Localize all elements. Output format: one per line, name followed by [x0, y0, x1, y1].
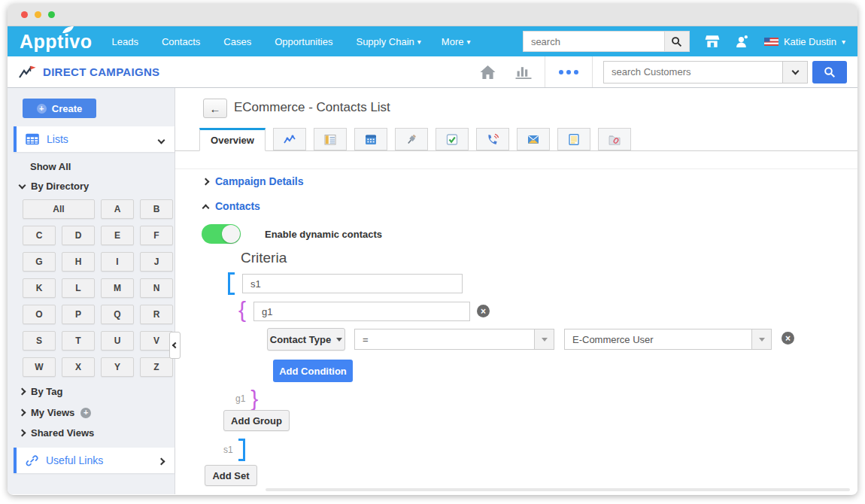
global-search-input[interactable] — [523, 31, 664, 52]
home-icon[interactable] — [479, 65, 496, 80]
tab-documents[interactable] — [598, 128, 631, 150]
letter-filter-button[interactable]: Z — [140, 357, 173, 377]
customer-search-input[interactable] — [603, 61, 782, 83]
remove-group-icon[interactable]: × — [477, 305, 490, 317]
letter-filter-button[interactable]: J — [140, 252, 173, 272]
letter-filter-button[interactable]: V — [140, 331, 173, 351]
global-search-button[interactable] — [664, 31, 690, 52]
topnav-right-group: Katie Dustin ▾ — [523, 31, 845, 52]
sidebar-item-show-all[interactable]: Show All — [30, 161, 71, 172]
nav-item[interactable]: Opportunities — [275, 36, 335, 47]
user-menu[interactable]: Katie Dustin ▾ — [764, 36, 845, 47]
remove-condition-icon[interactable]: × — [782, 332, 794, 345]
condition-value-select[interactable]: E-Commerce User — [564, 329, 772, 350]
user-name: Katie Dustin — [784, 36, 836, 47]
caret-down-icon — [751, 329, 771, 349]
tab-campaign-news[interactable] — [314, 128, 347, 150]
by-directory-label: By Directory — [31, 181, 89, 192]
letter-filter-button[interactable]: G — [23, 252, 56, 272]
window-maximize-button[interactable] — [48, 11, 55, 18]
group-close-brace: } — [250, 387, 258, 410]
section-campaign-details[interactable]: Campaign Details — [203, 175, 303, 187]
user-profile-icon[interactable] — [735, 35, 749, 49]
campaign-news-icon — [323, 133, 337, 146]
chevron-down-icon — [159, 132, 164, 146]
condition-operator-select[interactable]: = — [354, 329, 554, 350]
letter-filter-button[interactable]: H — [62, 252, 95, 272]
letter-filter-button[interactable]: A — [101, 199, 134, 219]
back-button[interactable]: ← — [203, 99, 227, 118]
letter-filter-button[interactable]: D — [62, 226, 95, 245]
letter-filter-button[interactable]: B — [140, 199, 173, 219]
letter-filter-button[interactable]: Q — [101, 305, 134, 324]
tab-call-logs[interactable] — [476, 128, 509, 150]
letter-filter-button[interactable]: N — [140, 278, 173, 298]
letter-filter-button[interactable]: W — [23, 357, 56, 377]
letter-filter-button[interactable]: O — [23, 305, 56, 324]
tab-follow-ups[interactable] — [395, 128, 428, 150]
apptivo-logo[interactable]: Apptivo — [20, 31, 93, 53]
tab-tasks[interactable] — [436, 128, 469, 150]
letter-filter-button[interactable]: K — [23, 278, 56, 298]
condition-operator-value: = — [355, 334, 534, 345]
horizontal-scrollbar[interactable] — [266, 488, 850, 491]
tab-notes[interactable] — [557, 128, 590, 150]
tab-emails[interactable] — [517, 128, 550, 150]
condition-field-dropdown[interactable]: Contact Type — [267, 328, 345, 351]
enable-dynamic-contacts-toggle[interactable] — [202, 224, 241, 244]
letter-filter-button[interactable]: X — [62, 357, 95, 377]
letter-filter-button[interactable]: L — [62, 278, 95, 298]
sidebar-collapse-handle[interactable] — [169, 332, 181, 359]
letter-filter-button[interactable]: S — [23, 331, 56, 351]
group-name-input[interactable] — [253, 302, 470, 321]
store-icon[interactable] — [705, 35, 720, 48]
sidebar-item-by-tag[interactable]: By Tag — [20, 386, 62, 397]
window-minimize-button[interactable] — [35, 11, 41, 18]
tab-performance[interactable] — [273, 128, 306, 150]
add-group-button[interactable]: Add Group — [223, 410, 290, 431]
back-arrow-icon: ← — [210, 102, 221, 115]
sidebar-item-shared-views[interactable]: Shared Views — [20, 427, 94, 439]
sidebar-item-lists[interactable]: Lists — [14, 126, 175, 152]
chevron-down-icon: ▾ — [417, 38, 421, 46]
flag-icon — [764, 38, 778, 46]
toolbar-divider — [592, 56, 593, 87]
add-view-plus-icon[interactable]: + — [80, 408, 91, 418]
letter-filter-button[interactable]: T — [62, 331, 95, 351]
nav-item[interactable]: Contacts — [162, 36, 203, 47]
nav-item[interactable]: Supply Chain▾ — [356, 36, 420, 47]
nav-item[interactable]: More▾ — [442, 36, 471, 47]
more-apps-ellipsis[interactable] — [548, 70, 589, 74]
customer-search-button[interactable] — [812, 61, 847, 83]
sidebar-item-my-views[interactable]: My Views + — [20, 407, 91, 418]
add-set-button[interactable]: Add Set — [205, 465, 257, 486]
letter-filter-button[interactable]: F — [140, 226, 173, 245]
create-button[interactable]: + Create — [23, 99, 96, 118]
condition-field-label: Contact Type — [270, 334, 331, 345]
letter-filter-button[interactable]: M — [101, 278, 134, 298]
search-scope-dropdown[interactable] — [782, 61, 808, 83]
letter-filter-button[interactable]: P — [62, 305, 95, 324]
bar-chart-icon[interactable] — [514, 64, 533, 80]
by-tag-label: By Tag — [31, 386, 62, 397]
nav-item[interactable]: Leads — [112, 36, 141, 47]
window-close-button[interactable] — [21, 11, 28, 18]
letter-filter-button[interactable]: Y — [101, 357, 134, 377]
letter-filter-button[interactable]: R — [140, 305, 173, 324]
add-condition-button[interactable]: Add Condition — [273, 360, 353, 382]
chevron-right-icon — [202, 178, 210, 185]
section-contacts[interactable]: Contacts — [203, 200, 260, 212]
nav-item[interactable]: Cases — [223, 36, 254, 47]
letter-filter-button[interactable]: All — [23, 199, 95, 219]
sidebar-item-by-directory[interactable]: By Directory — [20, 181, 89, 192]
sidebar-item-useful-links[interactable]: Useful Links — [14, 448, 175, 473]
letter-filter-button[interactable]: I — [101, 252, 134, 272]
tab-overview[interactable]: Overview — [199, 128, 266, 151]
letter-filter-button[interactable]: C — [23, 226, 56, 245]
set-close-name: s1 — [223, 445, 233, 455]
tab-calendar[interactable] — [354, 128, 387, 150]
letter-filter-button[interactable]: U — [101, 331, 134, 351]
letter-filter-button[interactable]: E — [101, 226, 134, 245]
set-name-input[interactable] — [242, 274, 463, 293]
group-close-name: g1 — [235, 393, 245, 404]
